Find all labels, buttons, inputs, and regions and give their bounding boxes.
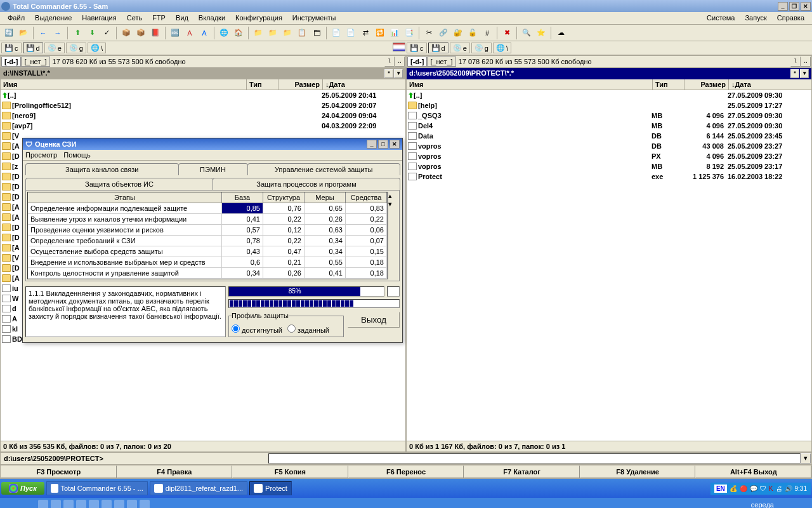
f6-button[interactable]: F6 Перенос: [348, 465, 464, 478]
menu-launch[interactable]: Запуск: [740, 12, 771, 24]
app-icon[interactable]: 🗔: [310, 27, 323, 39]
ql-icon[interactable]: [89, 500, 99, 508]
col-ext-left[interactable]: Тип: [247, 79, 278, 90]
task-item[interactable]: Total Commander 6.55 - ...: [46, 481, 148, 495]
compare-icon[interactable]: 📊: [388, 27, 401, 39]
altf4-button[interactable]: Alt+F4 Выход: [695, 465, 811, 478]
f7-button[interactable]: F7 Каталог: [464, 465, 580, 478]
minimize-button[interactable]: _: [778, 2, 788, 11]
tray-icon[interactable]: 🖨: [776, 485, 782, 492]
file-row[interactable]: [help]25.05.2009 17:27: [407, 100, 811, 110]
connect-icon[interactable]: 📂: [17, 27, 30, 39]
ql-icon[interactable]: [114, 500, 124, 508]
fav-btn-left[interactable]: ▾: [394, 69, 403, 78]
dialog-close[interactable]: ✕: [390, 140, 400, 149]
ql-icon[interactable]: [127, 500, 137, 508]
pack-icon[interactable]: ⬆: [71, 27, 84, 39]
drive-selector-left[interactable]: [-d-]: [1, 57, 21, 67]
drive-d-right[interactable]: 💾 d: [428, 43, 449, 53]
tray-icon[interactable]: 🔴: [740, 485, 747, 492]
file-row[interactable]: [avp7]04.03.2009 22:09: [1, 121, 405, 131]
col-ext-right[interactable]: Тип: [653, 79, 684, 90]
drive-d-left[interactable]: 💾 d: [23, 43, 43, 53]
root-button-left[interactable]: \: [384, 57, 395, 67]
split-icon[interactable]: ✂: [422, 27, 435, 39]
forward-icon[interactable]: →: [51, 27, 64, 39]
file-row[interactable]: Protectexe1 125 37616.02.2003 18:22: [407, 171, 811, 182]
grid-col-means[interactable]: Средства: [346, 192, 387, 203]
lang-indicator[interactable]: EN: [714, 485, 727, 493]
drive-g-left[interactable]: 💿 g: [66, 43, 86, 53]
tray-icon[interactable]: 🛡: [760, 485, 766, 492]
file-row[interactable]: voprosMB8 19225.05.2009 23:17: [407, 161, 811, 171]
grid-row[interactable]: Контроль целостности и управление защито…: [28, 268, 387, 279]
grid-col-struct[interactable]: Структура: [263, 192, 304, 203]
copy-icon[interactable]: 📄: [330, 27, 343, 39]
drive-e-left[interactable]: 💿 e: [44, 43, 65, 53]
menu-ftp[interactable]: FTP: [147, 12, 171, 24]
folder1-icon[interactable]: 📁: [252, 27, 265, 39]
file-list-right[interactable]: ⬆[..]27.05.2009 09:30[help]25.05.2009 17…: [407, 90, 811, 441]
col-name-right[interactable]: Имя: [407, 79, 653, 90]
menu-help[interactable]: Справка: [772, 12, 809, 24]
col-name-left[interactable]: Имя: [1, 79, 247, 90]
dialog-maximize[interactable]: □: [378, 140, 388, 149]
find-icon[interactable]: 🔍: [520, 27, 533, 39]
file-row[interactable]: [Prolingoffice512]25.04.2009 20:07: [1, 100, 405, 110]
swap-icon[interactable]: ⇄: [359, 27, 372, 39]
browser-icon[interactable]: 🌐: [218, 27, 230, 39]
grid-row[interactable]: Проведение оценки уязвимости и рисков0,5…: [28, 225, 387, 236]
tray-icon[interactable]: 🔊: [785, 485, 792, 492]
grid-scroll[interactable]: ▴▾: [388, 192, 398, 279]
menu-config[interactable]: Конфигурация: [230, 12, 287, 24]
grid-row[interactable]: Определение информации подлежащей защите…: [28, 203, 387, 214]
file-row[interactable]: [nero9]24.04.2009 09:04: [1, 110, 405, 121]
file-row[interactable]: voprosPX4 09625.05.2009 23:27: [407, 151, 811, 161]
archive3-icon[interactable]: 📕: [149, 27, 162, 39]
dialog-minimize[interactable]: _: [367, 140, 377, 149]
archive2-icon[interactable]: 📦: [134, 27, 147, 39]
tab-control[interactable]: Управление системой защиты: [247, 163, 401, 175]
tray-icon[interactable]: K: [769, 485, 773, 492]
path-bar-left[interactable]: d:\INSTALL\*.* *▾: [1, 68, 405, 79]
decode-icon[interactable]: 🔓: [466, 27, 479, 39]
col-date-left[interactable]: ↓Дата: [323, 79, 405, 90]
folder3-icon[interactable]: 📁: [281, 27, 294, 39]
tab-channels[interactable]: Защита каналов связи: [25, 163, 179, 175]
menu-system[interactable]: Система: [702, 12, 740, 24]
tab-pemin[interactable]: ПЭМИН: [178, 163, 248, 175]
grid-row[interactable]: Выявление угроз и каналов утечки информа…: [28, 214, 387, 225]
grid-row[interactable]: Внедрение и использование выбраных мер и…: [28, 257, 387, 268]
up-button-left[interactable]: ..: [395, 57, 405, 67]
grid-col-measures[interactable]: Меры: [304, 192, 346, 203]
f4-button[interactable]: F4 Правка: [117, 465, 233, 478]
grid-col-stage[interactable]: Этапы: [28, 192, 222, 203]
verify-icon[interactable]: ✓: [100, 27, 113, 39]
ql-icon[interactable]: [76, 500, 86, 508]
drive-c-right[interactable]: 💾 c: [407, 43, 427, 53]
delete-icon[interactable]: ✖: [501, 27, 513, 39]
tray-icon[interactable]: 💬: [750, 485, 757, 492]
archive-icon[interactable]: 📦: [120, 27, 133, 39]
copy2-icon[interactable]: 📄: [344, 27, 357, 39]
sync-icon[interactable]: 🔁: [374, 27, 386, 39]
col-size-right[interactable]: Размер: [684, 79, 729, 90]
ql-icon[interactable]: [102, 500, 112, 508]
menu-select[interactable]: Выделение: [30, 12, 77, 24]
file-row[interactable]: ⬆[..]27.05.2009 09:30: [407, 90, 811, 100]
task-item[interactable]: dipl2811_referat_razd1...: [150, 481, 247, 495]
ql-icon[interactable]: [63, 500, 74, 508]
home-icon[interactable]: 🏠: [232, 27, 245, 39]
tab-objects[interactable]: Защита объектов ИС: [25, 178, 213, 190]
drive-net-right[interactable]: 🌐 \: [493, 43, 511, 53]
file-row[interactable]: ⬆[..]25.05.2009 20:41: [1, 90, 405, 100]
drive-selector-right[interactable]: [-d-]: [407, 57, 427, 67]
f5-button[interactable]: F5 Копия: [232, 465, 348, 478]
cmd-history-button[interactable]: ▾: [801, 453, 811, 464]
grid-row[interactable]: Осуществление выбора средств защиты0,430…: [28, 246, 387, 257]
f3-button[interactable]: F3 Просмотр: [1, 465, 117, 478]
list-icon[interactable]: 📋: [296, 27, 308, 39]
refresh-icon[interactable]: 🔄: [3, 27, 15, 39]
menu-tools[interactable]: Инструменты: [287, 12, 341, 24]
back-icon[interactable]: ←: [37, 27, 49, 39]
